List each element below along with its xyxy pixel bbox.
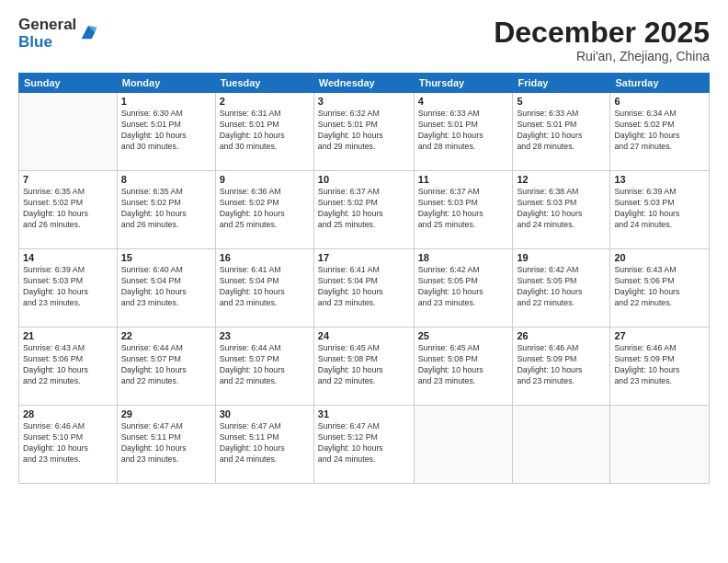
day-number: 2 — [220, 96, 310, 107]
day-number: 14 — [23, 252, 113, 263]
day-number: 7 — [23, 174, 113, 185]
logo-general: General — [18, 17, 76, 34]
day-number: 5 — [517, 96, 606, 107]
title-block: December 2025 Rui'an, Zhejiang, China — [494, 17, 710, 63]
header-tuesday: Tuesday — [215, 74, 313, 93]
day-number: 6 — [614, 96, 705, 107]
day-number: 26 — [517, 330, 606, 341]
day-number: 8 — [121, 174, 211, 185]
day-info: Sunrise: 6:41 AM Sunset: 5:04 PM Dayligh… — [318, 265, 410, 309]
day-number: 18 — [418, 252, 509, 263]
table-row: 2Sunrise: 6:31 AM Sunset: 5:01 PM Daylig… — [215, 93, 313, 171]
table-row: 13Sunrise: 6:39 AM Sunset: 5:03 PM Dayli… — [610, 171, 710, 249]
table-row — [414, 406, 513, 484]
day-number: 3 — [318, 96, 410, 107]
day-info: Sunrise: 6:33 AM Sunset: 5:01 PM Dayligh… — [517, 109, 606, 153]
table-row — [19, 93, 118, 171]
day-info: Sunrise: 6:36 AM Sunset: 5:02 PM Dayligh… — [220, 187, 310, 231]
day-info: Sunrise: 6:43 AM Sunset: 5:06 PM Dayligh… — [23, 343, 113, 387]
table-row: 29Sunrise: 6:47 AM Sunset: 5:11 PM Dayli… — [117, 406, 215, 484]
table-row: 17Sunrise: 6:41 AM Sunset: 5:04 PM Dayli… — [313, 249, 414, 327]
day-number: 12 — [517, 174, 606, 185]
day-info: Sunrise: 6:34 AM Sunset: 5:02 PM Dayligh… — [614, 109, 705, 153]
day-info: Sunrise: 6:31 AM Sunset: 5:01 PM Dayligh… — [220, 109, 310, 153]
day-number: 4 — [418, 96, 509, 107]
day-info: Sunrise: 6:39 AM Sunset: 5:03 PM Dayligh… — [23, 265, 113, 309]
table-row: 5Sunrise: 6:33 AM Sunset: 5:01 PM Daylig… — [513, 93, 610, 171]
table-row: 23Sunrise: 6:44 AM Sunset: 5:07 PM Dayli… — [215, 327, 313, 406]
day-number: 20 — [614, 252, 705, 263]
table-row: 26Sunrise: 6:46 AM Sunset: 5:09 PM Dayli… — [513, 327, 610, 406]
logo-blue: Blue — [18, 34, 76, 52]
day-number: 15 — [121, 252, 211, 263]
day-info: Sunrise: 6:44 AM Sunset: 5:07 PM Dayligh… — [220, 343, 310, 387]
table-row: 20Sunrise: 6:43 AM Sunset: 5:06 PM Dayli… — [610, 249, 710, 327]
day-info: Sunrise: 6:45 AM Sunset: 5:08 PM Dayligh… — [318, 343, 410, 387]
day-number: 24 — [318, 330, 410, 341]
day-number: 19 — [517, 252, 606, 263]
table-row: 31Sunrise: 6:47 AM Sunset: 5:12 PM Dayli… — [313, 406, 414, 484]
table-row: 14Sunrise: 6:39 AM Sunset: 5:03 PM Dayli… — [19, 249, 118, 327]
day-number: 13 — [614, 174, 705, 185]
table-row: 15Sunrise: 6:40 AM Sunset: 5:04 PM Dayli… — [117, 249, 215, 327]
day-info: Sunrise: 6:45 AM Sunset: 5:08 PM Dayligh… — [418, 343, 509, 387]
month-title: December 2025 — [494, 17, 710, 49]
day-info: Sunrise: 6:44 AM Sunset: 5:07 PM Dayligh… — [121, 343, 211, 387]
day-number: 10 — [318, 174, 410, 185]
table-row: 28Sunrise: 6:46 AM Sunset: 5:10 PM Dayli… — [19, 406, 118, 484]
header-monday: Monday — [117, 74, 215, 93]
day-number: 25 — [418, 330, 509, 341]
table-row: 1Sunrise: 6:30 AM Sunset: 5:01 PM Daylig… — [117, 93, 215, 171]
day-number: 11 — [418, 174, 509, 185]
table-row — [513, 406, 610, 484]
day-info: Sunrise: 6:47 AM Sunset: 5:12 PM Dayligh… — [318, 421, 410, 465]
table-row: 22Sunrise: 6:44 AM Sunset: 5:07 PM Dayli… — [117, 327, 215, 406]
weekday-header-row: Sunday Monday Tuesday Wednesday Thursday… — [19, 74, 710, 93]
table-row: 30Sunrise: 6:47 AM Sunset: 5:11 PM Dayli… — [215, 406, 313, 484]
day-info: Sunrise: 6:42 AM Sunset: 5:05 PM Dayligh… — [418, 265, 509, 309]
day-number: 16 — [220, 252, 310, 263]
header-sunday: Sunday — [19, 74, 118, 93]
table-row: 18Sunrise: 6:42 AM Sunset: 5:05 PM Dayli… — [414, 249, 513, 327]
day-info: Sunrise: 6:35 AM Sunset: 5:02 PM Dayligh… — [23, 187, 113, 231]
day-info: Sunrise: 6:47 AM Sunset: 5:11 PM Dayligh… — [220, 421, 310, 465]
page: General Blue December 2025 Rui'an, Zheji… — [0, 0, 728, 563]
day-info: Sunrise: 6:30 AM Sunset: 5:01 PM Dayligh… — [121, 109, 211, 153]
day-info: Sunrise: 6:40 AM Sunset: 5:04 PM Dayligh… — [121, 265, 211, 309]
day-info: Sunrise: 6:35 AM Sunset: 5:02 PM Dayligh… — [121, 187, 211, 231]
table-row: 3Sunrise: 6:32 AM Sunset: 5:01 PM Daylig… — [313, 93, 414, 171]
table-row: 25Sunrise: 6:45 AM Sunset: 5:08 PM Dayli… — [414, 327, 513, 406]
day-info: Sunrise: 6:47 AM Sunset: 5:11 PM Dayligh… — [121, 421, 211, 465]
table-row: 8Sunrise: 6:35 AM Sunset: 5:02 PM Daylig… — [117, 171, 215, 249]
day-number: 29 — [121, 408, 211, 419]
day-number: 27 — [614, 330, 705, 341]
header-thursday: Thursday — [414, 74, 513, 93]
logo-icon — [78, 22, 98, 42]
day-number: 28 — [23, 408, 113, 419]
table-row: 27Sunrise: 6:46 AM Sunset: 5:09 PM Dayli… — [610, 327, 710, 406]
location-subtitle: Rui'an, Zhejiang, China — [494, 49, 710, 63]
day-info: Sunrise: 6:46 AM Sunset: 5:09 PM Dayligh… — [614, 343, 705, 387]
table-row: 19Sunrise: 6:42 AM Sunset: 5:05 PM Dayli… — [513, 249, 610, 327]
day-number: 23 — [220, 330, 310, 341]
day-info: Sunrise: 6:43 AM Sunset: 5:06 PM Dayligh… — [614, 265, 705, 309]
table-row — [610, 406, 710, 484]
day-info: Sunrise: 6:41 AM Sunset: 5:04 PM Dayligh… — [220, 265, 310, 309]
table-row: 11Sunrise: 6:37 AM Sunset: 5:03 PM Dayli… — [414, 171, 513, 249]
table-row: 7Sunrise: 6:35 AM Sunset: 5:02 PM Daylig… — [19, 171, 118, 249]
day-info: Sunrise: 6:46 AM Sunset: 5:10 PM Dayligh… — [23, 421, 113, 465]
day-info: Sunrise: 6:32 AM Sunset: 5:01 PM Dayligh… — [318, 109, 410, 153]
logo: General Blue — [18, 17, 98, 51]
table-row: 24Sunrise: 6:45 AM Sunset: 5:08 PM Dayli… — [313, 327, 414, 406]
day-number: 17 — [318, 252, 410, 263]
table-row: 6Sunrise: 6:34 AM Sunset: 5:02 PM Daylig… — [610, 93, 710, 171]
header-friday: Friday — [513, 74, 610, 93]
day-info: Sunrise: 6:42 AM Sunset: 5:05 PM Dayligh… — [517, 265, 606, 309]
day-number: 31 — [318, 408, 410, 419]
day-number: 9 — [220, 174, 310, 185]
header-saturday: Saturday — [610, 74, 710, 93]
day-info: Sunrise: 6:46 AM Sunset: 5:09 PM Dayligh… — [517, 343, 606, 387]
day-number: 21 — [23, 330, 113, 341]
table-row: 16Sunrise: 6:41 AM Sunset: 5:04 PM Dayli… — [215, 249, 313, 327]
day-info: Sunrise: 6:37 AM Sunset: 5:02 PM Dayligh… — [318, 187, 410, 231]
